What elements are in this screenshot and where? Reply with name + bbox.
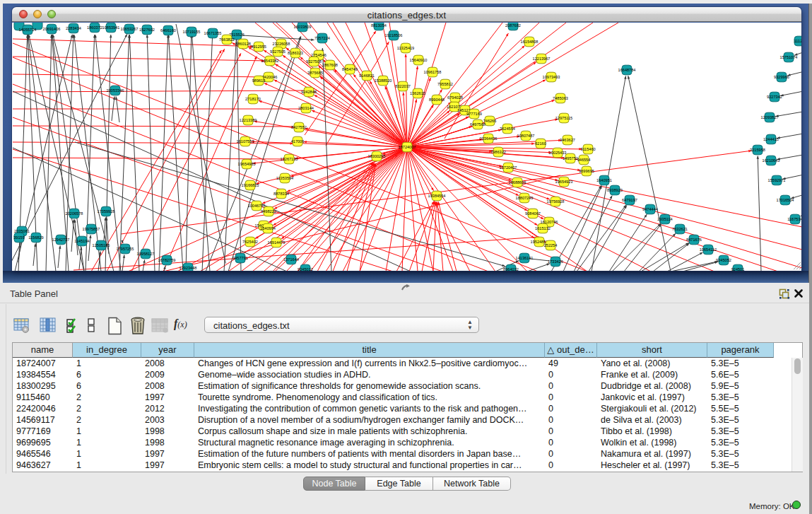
- svg-text:2803144: 2803144: [298, 106, 314, 110]
- svg-text:1371644: 1371644: [283, 257, 299, 262]
- svg-text:16154808: 16154808: [521, 40, 539, 44]
- svg-text:8964032: 8964032: [503, 267, 519, 271]
- svg-text:3624554: 3624554: [500, 127, 515, 131]
- svg-text:9146821: 9146821: [359, 74, 375, 78]
- svg-text:2283434: 2283434: [66, 26, 81, 30]
- svg-text:8990448: 8990448: [429, 98, 445, 102]
- svg-text:2935114: 2935114: [657, 217, 672, 221]
- svg-text:8912955: 8912955: [251, 45, 266, 49]
- svg-text:16210643: 16210643: [763, 158, 780, 163]
- svg-text:9327505: 9327505: [270, 49, 286, 54]
- svg-text:1860372: 1860372: [87, 25, 102, 30]
- svg-text:15388520: 15388520: [375, 78, 392, 83]
- svg-text:12093827: 12093827: [761, 115, 779, 119]
- svg-text:18300295: 18300295: [368, 154, 386, 158]
- svg-text:20053346: 20053346: [107, 88, 124, 93]
- svg-text:6466160: 6466160: [160, 28, 176, 33]
- svg-text:8427552: 8427552: [291, 125, 307, 129]
- svg-text:1540994: 1540994: [260, 226, 276, 230]
- svg-text:10853941: 10853941: [102, 25, 120, 30]
- svg-text:8186323: 8186323: [288, 51, 303, 55]
- svg-text:9699695: 9699695: [579, 169, 594, 173]
- svg-text:10958127: 10958127: [137, 252, 155, 256]
- svg-text:19654923: 19654923: [555, 180, 573, 184]
- svg-text:16782759: 16782759: [158, 258, 176, 262]
- svg-text:10688609: 10688609: [509, 180, 526, 185]
- svg-text:20364436: 20364436: [480, 136, 498, 141]
- svg-text:19654985: 19654985: [238, 162, 256, 166]
- svg-text:7955812: 7955812: [437, 82, 453, 86]
- svg-text:20691406: 20691406: [43, 27, 61, 31]
- svg-text:9245012: 9245012: [298, 267, 313, 271]
- svg-text:7663822: 7663822: [219, 37, 235, 42]
- svg-text:19975857: 19975857: [83, 227, 100, 231]
- svg-text:7632621: 7632621: [672, 227, 688, 231]
- svg-text:19218506: 19218506: [385, 33, 403, 37]
- svg-text:2718170: 2718170: [245, 97, 261, 101]
- svg-text:18807249: 18807249: [516, 196, 534, 200]
- svg-text:17016504: 17016504: [777, 198, 794, 202]
- svg-text:9115460: 9115460: [580, 147, 595, 151]
- svg-text:14136141: 14136141: [516, 256, 534, 260]
- svg-text:10961758: 10961758: [424, 70, 442, 74]
- svg-text:14055714: 14055714: [19, 28, 37, 32]
- svg-text:9474444: 9474444: [642, 207, 658, 211]
- svg-text:6479197: 6479197: [622, 198, 637, 202]
- svg-text:1495752: 1495752: [563, 156, 578, 160]
- svg-text:23226058: 23226058: [273, 42, 290, 46]
- svg-text:20206578: 20206578: [66, 211, 83, 216]
- svg-text:8938923: 8938923: [607, 188, 623, 192]
- svg-text:9777169: 9777169: [466, 112, 482, 116]
- svg-text:3875685: 3875685: [307, 71, 323, 75]
- svg-text:8860128: 8860128: [235, 42, 251, 46]
- svg-text:2867608: 2867608: [322, 63, 338, 67]
- svg-text:17957255: 17957255: [117, 247, 134, 251]
- svg-text:1733426: 1733426: [548, 259, 563, 264]
- svg-text:9457791: 9457791: [233, 256, 248, 260]
- svg-text:9498222: 9498222: [261, 209, 276, 214]
- svg-text:989613: 989613: [252, 78, 266, 83]
- svg-text:9227342: 9227342: [767, 95, 782, 99]
- svg-text:7357224: 7357224: [314, 36, 330, 40]
- svg-text:9327508: 9327508: [306, 59, 322, 64]
- svg-text:1145194: 1145194: [74, 239, 89, 243]
- svg-text:12213389: 12213389: [240, 118, 257, 122]
- svg-text:15640910: 15640910: [410, 58, 428, 62]
- svg-text:10973493: 10973493: [543, 75, 560, 79]
- svg-text:17359928: 17359928: [98, 209, 115, 214]
- svg-text:1527602: 1527602: [139, 28, 155, 32]
- svg-text:11325419: 11325419: [397, 46, 414, 50]
- svg-text:10719155: 10719155: [183, 30, 201, 34]
- svg-text:10807487: 10807487: [517, 134, 535, 138]
- svg-text:12505185: 12505185: [93, 243, 110, 247]
- svg-text:16671355: 16671355: [204, 31, 222, 35]
- svg-text:39159: 39159: [13, 235, 25, 240]
- svg-text:7986322: 7986322: [490, 150, 506, 154]
- svg-text:10025433: 10025433: [549, 151, 567, 155]
- svg-text:9329966: 9329966: [774, 75, 789, 79]
- svg-text:7485063: 7485063: [553, 96, 568, 100]
- svg-text:8322037: 8322037: [395, 84, 411, 88]
- svg-text:10654112: 10654112: [700, 247, 717, 252]
- svg-text:8454749: 8454749: [342, 67, 358, 71]
- svg-text:1244415: 1244415: [763, 137, 779, 141]
- svg-text:1640951: 1640951: [596, 178, 612, 182]
- svg-text:7625402: 7625402: [242, 240, 258, 244]
- svg-text:19166825: 19166825: [242, 183, 259, 187]
- svg-text:16107553: 16107553: [237, 139, 254, 144]
- svg-text:12975115: 12975115: [555, 116, 572, 120]
- svg-text:19756928: 19756928: [547, 199, 565, 204]
- svg-text:1362615: 1362615: [410, 91, 425, 95]
- svg-text:6497568: 6497568: [470, 122, 486, 127]
- svg-text:9463627: 9463627: [560, 138, 575, 142]
- svg-text:13267130: 13267130: [281, 157, 298, 161]
- svg-text:3215958: 3215958: [750, 148, 765, 152]
- svg-text:15720407: 15720407: [500, 165, 517, 170]
- svg-text:11353594: 11353594: [276, 176, 293, 180]
- svg-text:15592971: 15592971: [768, 178, 786, 182]
- svg-text:924501: 924501: [731, 267, 745, 271]
- svg-text:2087682: 2087682: [505, 23, 521, 28]
- svg-text:12213967: 12213967: [533, 57, 551, 61]
- svg-text:1167534: 1167534: [787, 217, 801, 221]
- svg-text:11121: 11121: [794, 39, 801, 43]
